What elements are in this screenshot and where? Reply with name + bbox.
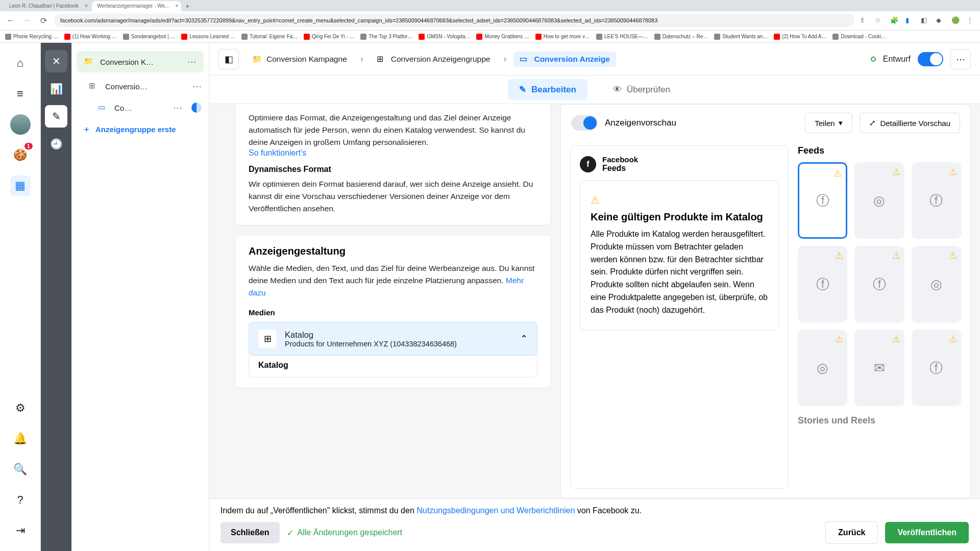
flag-icon[interactable]: ▮ xyxy=(905,16,914,24)
cookie-icon[interactable]: 🍪1 xyxy=(10,145,31,165)
browser-chrome: Leon R. Chaudhari | Facebook× Werbeanzei… xyxy=(0,0,980,31)
preview-toggle[interactable] xyxy=(571,115,598,131)
more-icon[interactable]: ⋯ xyxy=(173,102,182,113)
status-toggle[interactable] xyxy=(918,52,943,66)
back-button[interactable]: Zurück xyxy=(825,521,878,544)
sidebar-item-adset[interactable]: ⊞ Conversio… ⋯ xyxy=(71,76,209,97)
tab-label: Überprüfen xyxy=(627,85,670,95)
ad-icon: ▭ xyxy=(98,103,108,113)
bookmark-item[interactable]: Datenschutz – Re… xyxy=(654,34,708,40)
expand-icon: ⤢ xyxy=(869,118,876,128)
catalog-panel: Katalog xyxy=(249,354,537,378)
share-button[interactable]: Teilen▾ xyxy=(805,113,852,133)
creative-text: Wähle die Medien, den Text, und das Ziel… xyxy=(249,262,537,299)
address-bar[interactable]: facebook.com/adsmanager/manage/ads/edit?… xyxy=(54,14,854,27)
bookmark-item[interactable]: Student Wants an… xyxy=(714,34,768,40)
bookmark-item[interactable]: How to get more v… xyxy=(535,34,590,40)
bookmark-item[interactable]: Qing Fei De Yi - … xyxy=(304,34,354,40)
reload-icon[interactable]: ⟳ xyxy=(38,15,49,26)
tab-edit[interactable]: ✎ Bearbeiten xyxy=(508,79,587,100)
tab-review[interactable]: 👁 Überprüfen xyxy=(602,80,681,100)
placement-tile[interactable]: ⚠ⓕ xyxy=(798,162,847,239)
catalog-selector[interactable]: ⊞ Katalog Products for Unternehmen XYZ (… xyxy=(249,322,537,356)
star-icon[interactable]: ☆ xyxy=(875,16,883,24)
panel-toggle-button[interactable]: ◧ xyxy=(218,49,239,69)
chart-icon[interactable]: 📊 xyxy=(45,78,67,100)
breadcrumb-ad[interactable]: ▭ Conversion Anzeige xyxy=(513,52,616,67)
bookmark-item[interactable]: (2) How To Add A… xyxy=(774,34,826,40)
placement-tile[interactable]: ⚠◎ xyxy=(912,246,961,322)
badge: 1 xyxy=(24,143,33,149)
folder-icon: 📁 xyxy=(252,55,261,64)
bookmark-item[interactable]: Sonderangebot | … xyxy=(123,34,176,40)
menu-icon[interactable]: ≡ xyxy=(10,84,31,104)
create-label: Anzeigengruppe erste xyxy=(95,125,176,134)
sidebar-item-campaign[interactable]: 📁 Conversion K… ⋯ xyxy=(77,51,204,72)
collapse-icon[interactable]: ⇥ xyxy=(10,520,31,541)
ext-icon[interactable]: ◆ xyxy=(936,16,944,24)
toolbar-icons: ⇪ ☆ 🧩 ▮ ◧ ◆ 🟢 ⋮ xyxy=(860,16,975,24)
bookmark-item[interactable]: GMSN - Vologda… xyxy=(419,34,470,40)
close-icon[interactable]: × xyxy=(176,3,179,9)
close-button[interactable]: ✕ xyxy=(45,50,67,72)
bookmark-item[interactable]: Money Grabbers … xyxy=(476,34,529,40)
close-button[interactable]: Schließen xyxy=(220,522,280,543)
puzzle-icon[interactable]: 🧩 xyxy=(890,16,898,24)
edit-icon[interactable]: ✎ xyxy=(45,105,67,128)
bookmark-item[interactable]: Phone Recycling … xyxy=(5,34,58,40)
sidebar-item-ad[interactable]: ▭ Co… ⋯ xyxy=(71,97,209,118)
status-badge: Entwurf xyxy=(883,55,911,64)
folder-icon: 📁 xyxy=(84,57,94,67)
facebook-icon: ⓕ xyxy=(873,276,886,293)
preview-header: Anzeigenvorschau Teilen▾ ⤢Detaillierte V… xyxy=(561,105,970,141)
bookmark-item[interactable]: Tutorial: Eigene Fa… xyxy=(241,34,298,40)
bookmark-item[interactable]: LEE'S HOUSE—… xyxy=(596,34,648,40)
bookmark-item[interactable]: The Top 3 Platfor… xyxy=(360,34,412,40)
bookmark-item[interactable]: Lessons Learned … xyxy=(181,34,235,40)
placement-tile[interactable]: ⚠ⓕ xyxy=(798,246,847,322)
placement-tile[interactable]: ⚠◎ xyxy=(854,162,904,239)
stories-heading: Stories und Reels xyxy=(798,415,961,426)
menu-icon[interactable]: ⋮ xyxy=(967,16,975,24)
more-button[interactable]: ⋯ xyxy=(950,49,971,69)
placement-tile[interactable]: ⚠✉ xyxy=(854,330,904,406)
warning-icon: ⚠ xyxy=(835,334,843,345)
placement-tile[interactable]: ⚠ⓕ xyxy=(912,330,961,406)
new-tab-button[interactable]: + xyxy=(182,1,192,11)
clock-icon[interactable]: 🕘 xyxy=(45,133,67,155)
gear-icon[interactable]: ⚙ xyxy=(10,398,31,418)
browser-tab[interactable]: Leon R. Chaudhari | Facebook× xyxy=(4,1,91,11)
share-icon[interactable]: ⇪ xyxy=(860,16,868,24)
breadcrumb-adset[interactable]: ⊞ Conversion Anzeigengruppe xyxy=(371,52,497,67)
help-icon[interactable]: ? xyxy=(10,490,31,510)
status-dot-icon xyxy=(871,57,876,62)
warning-icon: ⚠ xyxy=(949,166,957,178)
publish-button[interactable]: Veröffentlichen xyxy=(885,522,969,543)
avatar[interactable] xyxy=(10,114,31,135)
profile-icon[interactable]: 🟢 xyxy=(951,16,960,24)
back-icon[interactable]: ← xyxy=(5,15,16,26)
preview-canvas: ⚠ Keine gültigen Produkte im Katalog All… xyxy=(580,180,779,331)
more-icon[interactable]: ⋯ xyxy=(192,81,202,92)
terms-link[interactable]: Nutzungsbedingungen und Werberichtlinien xyxy=(416,506,575,515)
dynamic-text: Wir optimieren dein Format basierend dar… xyxy=(249,178,537,215)
bookmark-item[interactable]: Download - Cooki… xyxy=(832,34,886,40)
bell-icon[interactable]: 🔔 xyxy=(10,429,31,449)
bookmark-item[interactable]: (1) How Working … xyxy=(64,34,117,40)
dynamic-format-card: Optimiere das Format, die Anzeigengestal… xyxy=(235,104,551,226)
create-adset-button[interactable]: ＋ Anzeigengruppe erste xyxy=(71,118,209,140)
detailed-preview-button[interactable]: ⤢Detaillierte Vorschau xyxy=(860,113,960,133)
grid-icon[interactable]: ▦ xyxy=(10,176,31,196)
ext-icon[interactable]: ◧ xyxy=(921,16,929,24)
placement-tile[interactable]: ⚠ⓕ xyxy=(854,246,904,322)
placement-tile[interactable]: ⚠ⓕ xyxy=(912,162,961,239)
home-icon[interactable]: ⌂ xyxy=(10,53,31,73)
how-it-works-link[interactable]: So funktioniert's xyxy=(249,148,306,157)
search-icon[interactable]: 🔍 xyxy=(10,459,31,480)
sub-tabs: ✎ Bearbeiten 👁 Überprüfen xyxy=(209,76,980,104)
breadcrumb-campaign[interactable]: 📁 Conversion Kampagne xyxy=(246,52,353,67)
close-icon[interactable]: × xyxy=(85,3,88,9)
more-icon[interactable]: ⋯ xyxy=(187,56,197,67)
placement-tile[interactable]: ⚠◎ xyxy=(798,330,847,406)
browser-tab-active[interactable]: Werbeanzeigenmanager - We...× xyxy=(92,1,181,11)
